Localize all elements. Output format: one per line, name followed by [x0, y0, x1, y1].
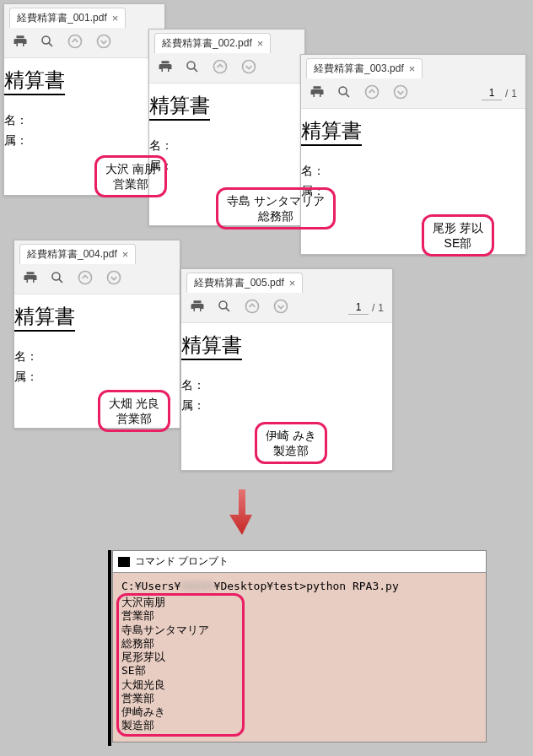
document-area: 精算書 名： 属： — [301, 109, 525, 211]
page-sep: / — [505, 88, 508, 100]
arrow-up-icon[interactable] — [244, 298, 261, 318]
document-area: 精算書 名： 属： — [181, 323, 392, 425]
arrow-up-icon[interactable] — [363, 84, 380, 104]
toolbar: / 1 — [181, 293, 392, 323]
svg-point-4 — [187, 62, 195, 69]
document-title: 精算書 — [181, 332, 242, 360]
zoom-icon[interactable] — [185, 59, 200, 78]
svg-point-16 — [219, 301, 227, 309]
cmd-left-border — [108, 550, 111, 746]
toolbar — [14, 264, 180, 294]
cmd-output-line: 尾形芽以 — [121, 651, 477, 664]
arrow-up-icon[interactable] — [212, 58, 229, 78]
pdf-window-1: 経費精算書_001.pdf × 精算書 名： 属： — [3, 3, 165, 196]
close-icon[interactable]: × — [122, 249, 129, 260]
svg-point-12 — [52, 273, 60, 280]
arrow-up-icon[interactable] — [67, 33, 83, 53]
arrow-up-icon[interactable] — [77, 269, 94, 289]
zoom-icon[interactable] — [217, 299, 232, 317]
cmd-output-line: 大沢南朋 — [121, 596, 477, 609]
pdf-window-5: 経費精算書_005.pdf × / 1 精算書 名： 属： — [180, 268, 393, 471]
field-dept-label: 属： — [4, 131, 158, 149]
close-icon[interactable]: × — [257, 38, 264, 49]
close-icon[interactable]: × — [112, 13, 119, 24]
print-icon[interactable] — [158, 59, 173, 78]
print-icon[interactable] — [13, 34, 28, 52]
zoom-icon[interactable] — [40, 34, 55, 52]
arrow-down-icon[interactable] — [105, 269, 122, 289]
cmd-output: 大沢南朋営業部寺島サンタマリア総務部尾形芽以SE部大畑光良営業部伊崎みき製造部 — [121, 596, 477, 733]
toolbar: / 1 — [301, 78, 525, 109]
svg-line-9 — [346, 93, 349, 96]
arrow-down-icon[interactable] — [272, 298, 289, 318]
page-sep: / — [372, 302, 374, 314]
document-title: 精算書 — [4, 67, 65, 95]
page-indicator: / 1 — [348, 300, 384, 315]
svg-point-19 — [275, 300, 288, 312]
page-current-input[interactable] — [482, 86, 502, 100]
zoom-icon[interactable] — [50, 270, 65, 289]
page-total: 1 — [511, 88, 517, 100]
print-icon[interactable] — [23, 270, 38, 289]
svg-point-2 — [69, 35, 82, 47]
cmd-icon — [118, 557, 130, 567]
field-name-label: 名： — [14, 347, 173, 365]
svg-point-8 — [339, 87, 347, 94]
tab-strip: 経費精算書_001.pdf × — [4, 4, 164, 28]
tab[interactable]: 経費精算書_001.pdf × — [9, 8, 126, 28]
toolbar — [4, 28, 164, 58]
cmd-titlebar: コマンド プロンプト — [113, 551, 486, 573]
cmd-title: コマンド プロンプト — [135, 554, 229, 569]
tab[interactable]: 経費精算書_005.pdf × — [186, 273, 303, 293]
document-area: 精算書 名： 属： — [149, 84, 304, 186]
cmd-output-line: 伊崎みき — [121, 705, 477, 719]
svg-point-0 — [42, 36, 50, 44]
command-prompt-window: コマンド プロンプト C:¥Users¥XXXXX¥Desktop¥test>p… — [112, 550, 487, 742]
tab[interactable]: 経費精算書_003.pdf × — [306, 58, 423, 78]
pdf-window-3: 経費精算書_003.pdf × / 1 精算書 名： 属： — [300, 54, 526, 255]
page-current-input[interactable] — [348, 300, 369, 315]
svg-line-1 — [49, 42, 52, 46]
tab-title: 経費精算書_005.pdf — [194, 276, 284, 290]
cmd-prompt-line: C:¥Users¥XXXXX¥Desktop¥test>python RPA3.… — [121, 580, 477, 592]
tab[interactable]: 経費精算書_004.pdf × — [19, 244, 136, 264]
svg-point-14 — [79, 271, 92, 284]
close-icon[interactable]: × — [289, 278, 296, 289]
cmd-body[interactable]: C:¥Users¥XXXXX¥Desktop¥test>python RPA3.… — [113, 573, 486, 742]
tab-strip: 経費精算書_004.pdf × — [14, 240, 180, 264]
svg-line-13 — [59, 278, 62, 282]
field-dept-label: 属： — [301, 181, 519, 200]
print-icon[interactable] — [190, 299, 205, 317]
cmd-output-line: 総務部 — [121, 637, 477, 651]
svg-point-6 — [214, 60, 227, 73]
toolbar — [149, 53, 304, 84]
tab-strip: 経費精算書_005.pdf × — [181, 269, 392, 293]
arrow-down-icon[interactable] — [95, 33, 112, 53]
cmd-prompt-pre: C:¥Users¥ — [121, 580, 180, 592]
document-title: 精算書 — [149, 92, 210, 121]
cmd-prompt-post: ¥Desktop¥test>python RPA3.py — [214, 580, 399, 592]
arrow-down-icon[interactable] — [240, 58, 257, 78]
field-dept-label: 属： — [149, 156, 298, 175]
close-icon[interactable]: × — [409, 63, 416, 74]
tab-title: 経費精算書_001.pdf — [17, 11, 107, 25]
tab[interactable]: 経費精算書_002.pdf × — [154, 33, 271, 53]
svg-point-7 — [243, 60, 256, 73]
flow-arrow-icon — [229, 489, 255, 535]
svg-point-10 — [366, 85, 379, 98]
document-area: 精算書 名： 属： — [4, 58, 164, 160]
page-total: 1 — [378, 302, 384, 314]
pdf-window-2: 経費精算書_002.pdf × 精算書 名： 属： — [148, 29, 305, 226]
tab-title: 経費精算書_003.pdf — [314, 62, 404, 76]
print-icon[interactable] — [310, 84, 325, 103]
zoom-icon[interactable] — [336, 84, 352, 103]
arrow-down-icon[interactable] — [392, 84, 409, 104]
svg-point-11 — [395, 85, 407, 98]
field-dept-label: 属： — [14, 367, 173, 386]
field-name-label: 名： — [149, 136, 298, 154]
cmd-output-line: SE部 — [121, 664, 477, 678]
field-name-label: 名： — [4, 111, 158, 129]
svg-point-15 — [108, 271, 121, 284]
svg-point-18 — [246, 300, 259, 312]
pdf-window-4: 経費精算書_004.pdf × 精算書 名： 属： — [13, 240, 180, 429]
